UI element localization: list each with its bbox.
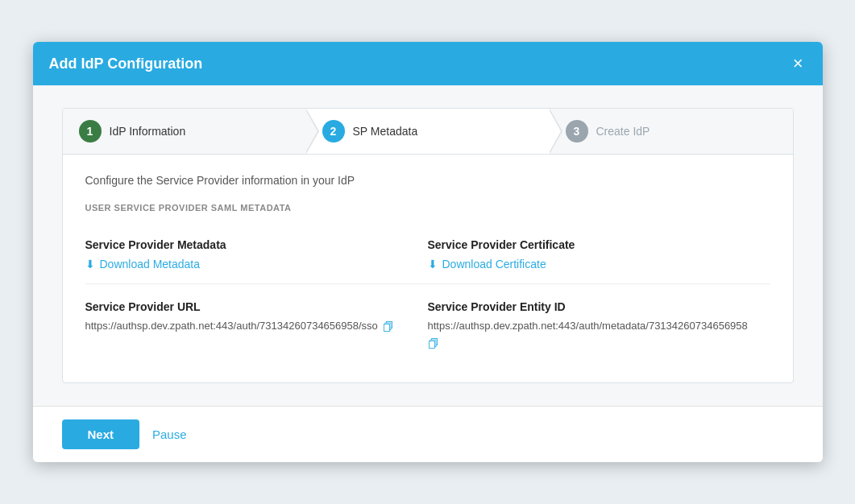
sp-url-value: https://authsp.dev.zpath.net:443/auth/73… [85, 320, 378, 332]
metadata-grid: Service Provider Metadata ⬇ Download Met… [85, 225, 770, 363]
download-metadata-text: Download Metadata [100, 258, 201, 271]
steps-bar: 1 IdP Information 2 SP Metadata 3 Create… [63, 109, 793, 155]
modal-header: Add IdP Configuration × [33, 42, 823, 85]
step-1-label: IdP Information [110, 125, 186, 138]
close-button[interactable]: × [790, 55, 807, 72]
sp-entity-value-container: https://authsp.dev.zpath.net:443/auth/me… [428, 320, 754, 350]
modal-footer: Next Pause [33, 406, 823, 462]
wizard-content: Configure the Service Provider informati… [63, 155, 793, 382]
sp-entity-cell: Service Provider Entity ID https://auths… [428, 283, 770, 363]
sp-certificate-label: Service Provider Certificate [428, 238, 754, 251]
sp-metadata-label: Service Provider Metadata [85, 238, 412, 251]
modal-body: 1 IdP Information 2 SP Metadata 3 Create… [33, 85, 823, 406]
step-3: 3 Create IdP [550, 109, 793, 154]
sp-url-value-container: https://authsp.dev.zpath.net:443/auth/73… [85, 320, 412, 333]
section-description: Configure the Service Provider informati… [85, 174, 770, 187]
sp-url-label: Service Provider URL [85, 300, 412, 313]
step-1-number: 1 [79, 120, 102, 143]
sp-entity-copy-icon[interactable]: 🗍 [428, 337, 439, 350]
download-metadata-link[interactable]: ⬇ Download Metadata [85, 258, 201, 271]
sp-metadata-cell: Service Provider Metadata ⬇ Download Met… [85, 225, 428, 283]
sp-entity-label: Service Provider Entity ID [428, 300, 754, 313]
step-2: 2 SP Metadata [306, 109, 550, 154]
step-1: 1 IdP Information [63, 109, 306, 154]
next-button[interactable]: Next [62, 419, 140, 449]
step-3-number: 3 [566, 120, 588, 143]
download-metadata-icon: ⬇ [85, 258, 95, 271]
download-certificate-icon: ⬇ [428, 258, 438, 271]
sp-url-copy-icon[interactable]: 🗍 [383, 320, 394, 333]
download-certificate-link[interactable]: ⬇ Download Certificate [428, 258, 546, 271]
wizard-card: 1 IdP Information 2 SP Metadata 3 Create… [62, 108, 794, 383]
step-3-label: Create IdP [596, 125, 650, 138]
section-subtitle: USER SERVICE PROVIDER SAML METADATA [85, 203, 770, 213]
pause-button[interactable]: Pause [152, 428, 187, 441]
sp-certificate-cell: Service Provider Certificate ⬇ Download … [428, 225, 770, 283]
step-2-number: 2 [322, 120, 345, 143]
sp-url-cell: Service Provider URL https://authsp.dev.… [85, 283, 428, 363]
step-2-label: SP Metadata [353, 125, 418, 138]
sp-entity-value: https://authsp.dev.zpath.net:443/auth/me… [428, 320, 748, 332]
download-certificate-text: Download Certificate [442, 258, 546, 271]
modal-title: Add IdP Configuration [49, 56, 203, 72]
add-idp-modal: Add IdP Configuration × 1 IdP Informatio… [33, 42, 823, 462]
